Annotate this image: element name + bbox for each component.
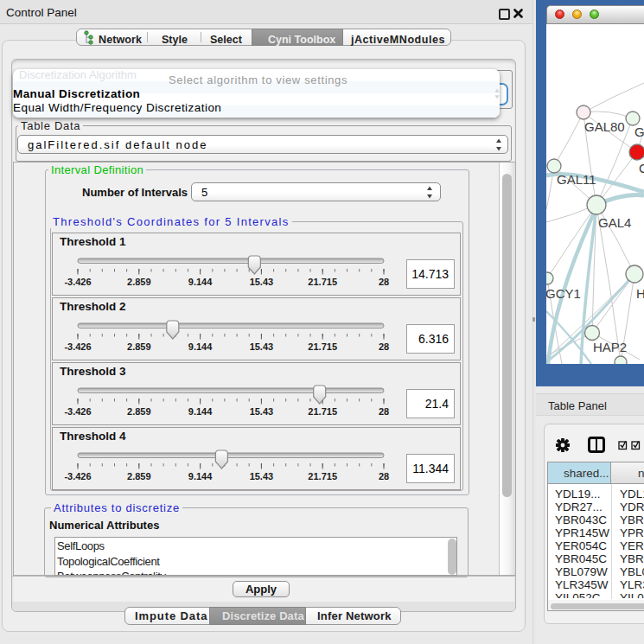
svg-text:15.43: 15.43 [250,406,274,417]
svg-text:9.144: 9.144 [188,471,213,481]
svg-text:HAP2: HAP2 [593,340,627,354]
svg-text:2.859: 2.859 [127,406,151,417]
svg-text:15.43: 15.43 [250,471,274,481]
svg-text:H: H [636,286,644,301]
svg-text:15.43: 15.43 [250,341,274,352]
svg-text:21.715: 21.715 [308,471,337,481]
svg-text:-3.426: -3.426 [64,341,91,352]
svg-text:21.715: 21.715 [308,341,337,352]
svg-text:2.859: 2.859 [127,471,151,481]
svg-text:9.144: 9.144 [188,406,213,417]
svg-text:C: C [639,161,644,175]
svg-text:28: 28 [379,471,389,481]
svg-text:28: 28 [379,341,389,352]
svg-text:21.715: 21.715 [308,406,337,417]
svg-text:9.144: 9.144 [188,341,213,352]
svg-text:GA: GA [634,124,644,139]
svg-text:9.144: 9.144 [188,277,213,287]
svg-text:2.859: 2.859 [127,341,151,352]
svg-text:GAL80: GAL80 [584,119,625,134]
svg-text:GAL11: GAL11 [557,172,596,187]
svg-text:28: 28 [379,406,389,417]
svg-text:-3.426: -3.426 [64,471,91,481]
svg-text:15.43: 15.43 [250,277,274,287]
svg-text:-3.426: -3.426 [64,406,91,417]
svg-text:GAL4: GAL4 [598,215,631,230]
svg-text:GCY1: GCY1 [546,286,581,301]
svg-text:2.859: 2.859 [127,277,151,287]
svg-text:21.715: 21.715 [308,277,337,287]
svg-text:-3.426: -3.426 [64,277,91,287]
svg-text:28: 28 [379,277,389,287]
